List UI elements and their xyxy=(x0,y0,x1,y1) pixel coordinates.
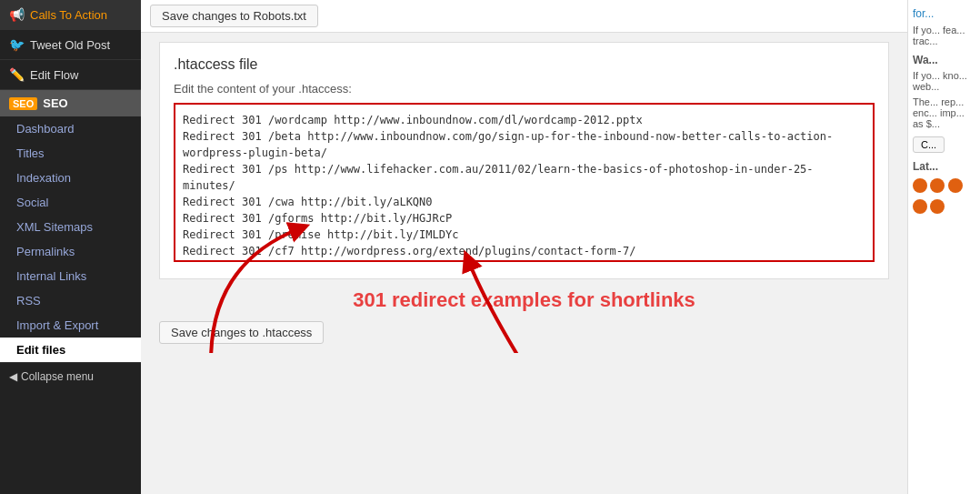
right-panel-button[interactable]: C... xyxy=(913,136,945,153)
right-watch-title: Wa... xyxy=(913,54,975,66)
save-htaccess-area: Save changes to .htaccess xyxy=(150,312,898,344)
annotation-area: .htaccess file Edit the content of your … xyxy=(141,42,907,353)
circle-2 xyxy=(930,178,945,193)
tweet-icon: 🐦 xyxy=(9,37,25,52)
htaccess-section: .htaccess file Edit the content of your … xyxy=(159,42,889,279)
circle-3 xyxy=(948,178,963,193)
save-htaccess-button[interactable]: Save changes to .htaccess xyxy=(159,321,324,344)
calls-to-action-icon: 📢 xyxy=(9,7,25,22)
sidebar-menu: Dashboard Titles Indexation Social XML S… xyxy=(0,116,141,338)
collapse-menu-item[interactable]: ◀ Collapse menu xyxy=(0,362,141,390)
right-desc2: The... rep... enc... imp... as $... xyxy=(913,96,975,129)
htaccess-title: .htaccess file xyxy=(174,56,875,73)
sidebar-item-xml-sitemaps[interactable]: XML Sitemaps xyxy=(0,215,141,239)
htaccess-textarea[interactable]: Redirect 301 /wordcamp http://www.inboun… xyxy=(174,103,875,262)
collapse-arrow-icon: ◀ xyxy=(9,370,17,383)
right-watch-desc: If yo... kno... web... xyxy=(913,70,975,92)
seo-section-header: SEO SEO xyxy=(0,90,141,116)
sidebar-item-calls-to-action[interactable]: 📢 Calls To Action xyxy=(0,0,141,30)
sidebar-item-edit-flow-label: Edit Flow xyxy=(30,68,78,82)
sidebar-item-calls-to-action-label: Calls To Action xyxy=(30,8,107,22)
right-panel-desc1: If yo... fea... trac... xyxy=(913,25,975,46)
sidebar-item-tweet-old-post[interactable]: 🐦 Tweet Old Post xyxy=(0,30,141,60)
main-content: Save changes to Robots.txt .htaccess fil… xyxy=(141,0,907,494)
edit-flow-icon: ✏️ xyxy=(9,67,25,82)
sidebar-item-titles[interactable]: Titles xyxy=(0,141,141,166)
circle-5 xyxy=(930,199,945,214)
sidebar-item-internal-links[interactable]: Internal Links xyxy=(0,264,141,288)
save-robots-button[interactable]: Save changes to Robots.txt xyxy=(150,5,318,27)
circle-1 xyxy=(913,178,927,193)
edit-files-label: Edit files xyxy=(16,343,65,357)
sidebar-item-tweet-label: Tweet Old Post xyxy=(30,38,110,52)
sidebar-item-edit-files[interactable]: Edit files xyxy=(0,338,141,362)
seo-header-label: SEO xyxy=(43,96,67,110)
right-panel-link[interactable]: for... xyxy=(913,7,975,20)
collapse-menu-label: Collapse menu xyxy=(21,370,94,383)
top-button-area: Save changes to Robots.txt xyxy=(141,0,907,33)
right-panel-circles xyxy=(913,176,975,218)
sidebar-item-edit-flow[interactable]: ✏️ Edit Flow xyxy=(0,60,141,90)
sidebar-item-permalinks[interactable]: Permalinks xyxy=(0,239,141,264)
redirect-annotation-label: 301 redirect examples for shortlinks xyxy=(150,288,898,312)
sidebar-item-import-export[interactable]: Import & Export xyxy=(0,313,141,338)
right-latest-title: Lat... xyxy=(913,160,975,173)
sidebar-item-social[interactable]: Social xyxy=(0,190,141,215)
sidebar-item-indexation[interactable]: Indexation xyxy=(0,166,141,190)
sidebar: 📢 Calls To Action 🐦 Tweet Old Post ✏️ Ed… xyxy=(0,0,141,494)
sidebar-item-rss[interactable]: RSS xyxy=(0,288,141,313)
seo-badge: SEO xyxy=(9,97,37,110)
circle-4 xyxy=(913,199,927,214)
sidebar-item-dashboard[interactable]: Dashboard xyxy=(0,116,141,141)
htaccess-description: Edit the content of your .htaccess: xyxy=(174,82,875,96)
right-panel: for... If yo... fea... trac... Wa... If … xyxy=(907,0,980,494)
